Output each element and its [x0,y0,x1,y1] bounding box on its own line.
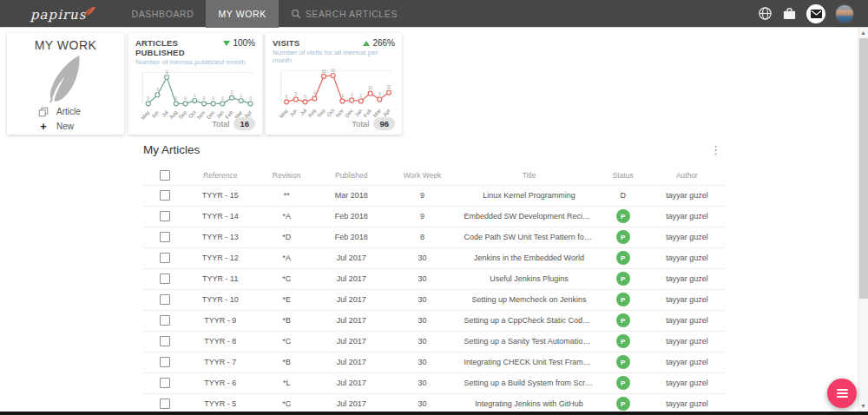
row-checkbox[interactable] [160,190,170,201]
scroll-down-arrow[interactable]: ▼ [860,401,866,412]
table-row[interactable]: TYYR - 12 *A Jul 2017 30 Jenkins in the … [143,247,725,268]
row-checkbox[interactable] [160,211,170,221]
articles-published-footer: Total 16 [212,117,255,130]
visits-title: VISITS [273,38,299,48]
svg-text:3: 3 [156,88,159,92]
search-icon [291,9,301,19]
cell-reference: TYYR - 12 [187,247,253,268]
svg-text:Jun: Jun [150,109,160,119]
status-badge: P [616,355,630,369]
svg-text:0: 0 [221,96,224,101]
select-all-checkbox[interactable] [160,170,170,181]
plus-icon: + [38,120,49,133]
briefcase-icon[interactable] [782,7,797,21]
cell-published: Feb 2018 [319,206,384,227]
cell-published: Jul 2017 [319,372,384,393]
svg-text:1: 1 [360,94,363,98]
messages-button[interactable] [806,4,825,23]
table-row[interactable]: TYYR - 15 ** Mar 2018 9 Linux Kernel Pro… [143,185,725,206]
svg-text:Aug: Aug [168,109,178,120]
copy-icon [38,107,49,117]
cell-title: Setting up a Build System from Scratch [461,372,596,393]
table-row[interactable]: TYYR - 14 *A Feb 2018 9 Embedded SW Deve… [143,206,725,227]
col-published: Published [319,166,384,185]
svg-text:0: 0 [286,95,288,99]
articles-published-header: ARTICLES PUBLISHED 100% [135,38,255,57]
table-row[interactable]: TYYR - 13 *D Feb 2018 8 Code Path SW Uni… [143,227,725,247]
visits-header: VISITS 266% [273,38,395,48]
table-row[interactable]: TYYR - 6 *L Jul 2017 30 Setting up a Bui… [143,372,725,393]
mail-icon [811,10,822,18]
svg-text:Aug: Aug [306,108,316,118]
my-work-card: MY WORK Article + New [7,33,124,135]
cell-work-week: 8 [384,227,462,247]
table-row[interactable]: TYYR - 8 *C Jul 2017 30 Setting up a San… [143,331,725,352]
table-row[interactable]: TYYR - 9 *B Jul 2017 30 Setting up a Cpp… [143,310,725,331]
fab-menu-button[interactable] [827,379,857,408]
row-checkbox[interactable] [160,378,170,388]
row-checkbox[interactable] [160,253,170,263]
cell-title: Setting up a CppCheck Static Code Analys… [461,310,596,331]
globe-icon[interactable] [758,6,773,21]
scroll-up-arrow[interactable]: ▲ [860,28,866,38]
cell-reference: TYYR - 9 [187,310,253,331]
cell-author: tayyar guzel [649,206,725,227]
status-badge: P [616,209,630,223]
cell-work-week: 9 [384,206,462,227]
svg-text:Apr: Apr [382,108,391,117]
nav-dashboard[interactable]: DASHBOARD [119,0,206,28]
cell-published: Jul 2017 [319,247,384,268]
cell-work-week: 30 [384,352,462,372]
articles-published-title: ARTICLES PUBLISHED [135,38,223,57]
nav-my-work[interactable]: MY WORK [206,0,278,28]
row-checkbox[interactable] [160,232,170,242]
row-checkbox[interactable] [160,357,170,367]
triangle-down-icon [223,41,230,46]
cell-revision: *L [253,372,319,393]
cell-title: Useful Jenkins Plugins [461,268,596,289]
svg-text:9: 9 [166,70,168,75]
status-badge: P [616,334,630,348]
table-row[interactable]: TYYR - 10 *E Jul 2017 30 Setting up Memc… [143,289,725,310]
scrollbar-thumb[interactable] [859,38,868,299]
cell-published: Jul 2017 [319,289,384,310]
my-articles-header: My Articles ⋮ [143,141,725,158]
cell-work-week: 30 [384,247,462,268]
status-badge: P [616,397,630,411]
svg-text:3: 3 [295,92,298,96]
svg-text:2: 2 [351,93,353,97]
cell-title: Integrating CHECK Unit Test Framework to… [461,352,596,372]
cell-title: Jenkins in the Embedded World [461,247,596,268]
cell-reference: TYYR - 7 [187,352,253,372]
cell-author: tayyar guzel [649,372,725,393]
cell-published: Jul 2017 [319,268,384,289]
main-nav: DASHBOARD MY WORK SEARCH ARTICLES [119,0,410,28]
kebab-menu-icon[interactable]: ⋮ [707,144,725,155]
svg-text:4: 4 [313,91,316,96]
svg-text:Jan: Jan [354,108,364,117]
row-checkbox[interactable] [160,294,170,305]
cell-work-week: 9 [384,185,462,206]
row-checkbox[interactable] [160,273,170,284]
table-row[interactable]: TYYR - 7 *B Jul 2017 30 Integrating CHEC… [143,352,725,372]
user-avatar[interactable] [835,4,854,23]
svg-text:Nov: Nov [196,109,206,120]
vertical-scrollbar[interactable]: ▲ ▼ [858,28,868,412]
new-item[interactable]: + New [38,119,124,134]
row-checkbox[interactable] [160,399,170,409]
svg-text:Oct: Oct [187,109,197,119]
svg-text:May: May [140,109,150,121]
article-item[interactable]: Article [38,104,124,119]
cell-title: Linux Kernel Programming [461,185,596,206]
table-row[interactable]: TYYR - 11 *C Jul 2017 30 Useful Jenkins … [143,268,725,289]
visits-card: VISITS 266% Number of visits for all mem… [266,33,402,135]
app-logo[interactable]: papirus [30,4,96,23]
total-badge: 16 [233,117,255,130]
row-checkbox[interactable] [160,336,170,346]
cell-author: tayyar guzel [649,310,725,331]
svg-text:11: 11 [387,85,391,89]
nav-search-articles[interactable]: SEARCH ARTICLES [279,0,410,28]
row-checkbox[interactable] [160,315,170,326]
svg-text:0: 0 [147,96,149,101]
cell-revision: *C [253,268,319,289]
